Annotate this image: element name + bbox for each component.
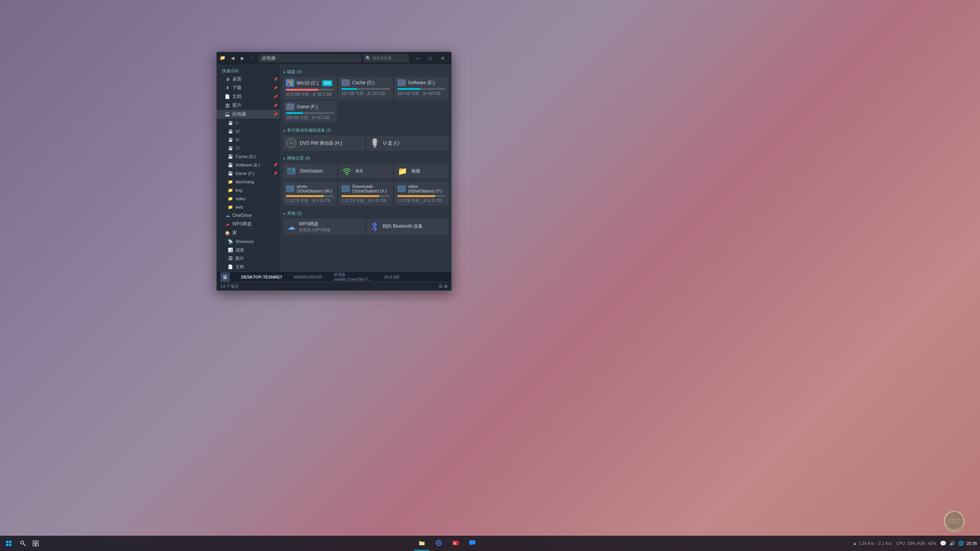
taskbar-search-button[interactable] <box>17 536 29 551</box>
drive-bar-fill <box>397 195 435 197</box>
drive-item-top: Game (F:) <box>286 103 334 110</box>
wps-cloud-item[interactable]: ☁ WPS网盘 欢迎进入WPS网盘 <box>283 218 365 235</box>
drive-icon: 💾 <box>227 128 234 134</box>
usb-device[interactable]: U 盘 (I:) <box>366 135 448 151</box>
drive-icon: 💾 <box>227 170 234 176</box>
sidebar-item-software-e[interactable]: 💾 Software (E:) 📌 <box>217 161 280 169</box>
address-bar[interactable]: 此电脑 <box>259 54 361 62</box>
drive-item-top: Cache (D:) <box>341 79 389 86</box>
sidebar-item-pictures2[interactable]: 🖼 图片 <box>217 254 280 262</box>
nas-drive-icon <box>397 185 406 192</box>
sidebar-item-this-pc[interactable]: 💻 此电脑 📌 <box>217 110 280 119</box>
sidebar-label: 文档 <box>235 264 244 270</box>
nas-drive-top: photo (\\DiskStation) (W:) <box>286 184 334 193</box>
sys-tray-icons: ▲ 1.25 K/s ↓ 2.1 K/s CPU: 33% 内存: 42% 💬 … <box>853 540 964 546</box>
taskbar-chat-btn[interactable] <box>465 536 480 551</box>
drive-item-f[interactable]: Game (F:) 256 GB 可用，共 471 GB <box>283 101 337 123</box>
sidebar-item-n[interactable]: 💾 N\ <box>217 135 280 144</box>
view-list-icon[interactable]: ☰ <box>439 284 443 289</box>
sidebar-label: O\ <box>235 146 240 150</box>
svg-rect-23 <box>36 541 38 543</box>
task-view-button[interactable] <box>29 536 42 551</box>
minimize-button[interactable]: ─ <box>412 54 424 62</box>
sidebar-item-m[interactable]: 💾 M\ <box>217 127 280 135</box>
diskstation-device[interactable]: DS DiskStation <box>283 163 337 179</box>
network-tray-icon[interactable]: 🌐 <box>958 541 964 546</box>
sidebar-label: img <box>235 188 242 192</box>
sidebar-item-pictures[interactable]: 🖼 图片 📌 <box>217 101 280 110</box>
pc-ram: 16.0 GB <box>384 275 399 279</box>
pin-icon: 📌 <box>273 171 278 175</box>
start-button[interactable] <box>0 536 17 551</box>
removable-section-title: 有可移动存储的设备 (2) <box>283 126 448 135</box>
processor-value: Intel(R) Core(TM) i7-... <box>334 277 372 282</box>
taskbar-terminal-btn[interactable]: ⌘ <box>448 536 463 551</box>
drive-name: Software (E:) <box>408 80 435 85</box>
network-sub: 欢迎进入WPS网盘 <box>299 227 331 233</box>
nas-drive-icon <box>341 185 350 192</box>
sidebar-item-downloads[interactable]: ⬇ 下载 📌 <box>217 83 280 92</box>
nas-drives-grid: photo (\\DiskStation) (W:) 1.13 TB 可用，共 … <box>283 182 448 206</box>
svg-rect-31 <box>469 540 475 544</box>
wechat-icon[interactable]: 💬 <box>940 540 946 546</box>
nas-drive-icon <box>286 185 294 192</box>
speaker-icon[interactable]: 🔊 <box>949 541 955 546</box>
back-button[interactable]: ◀ <box>228 54 237 62</box>
photo-nas-drive[interactable]: photo (\\DiskStation) (W:) 1.13 TB 可用，共 … <box>283 182 337 206</box>
sidebar-item-desktop[interactable]: 🖥 桌面 📌 <box>217 75 280 83</box>
sidebar-item-img[interactable]: 📁 img <box>217 186 280 194</box>
sidebar-item-docs2[interactable]: 📄 文档 <box>217 262 280 271</box>
mi9-device[interactable]: 米9 <box>338 163 392 179</box>
taskbar-file-explorer-btn[interactable] <box>414 536 430 551</box>
taskbar: ⌘ ▲ 1.25 K/s ↓ 2.1 K/s CPU: 33% 内存: 42% … <box>0 536 980 551</box>
video-nas-drive[interactable]: video (\\DiskStation) (Y:) 1.13 TB 可用，共 … <box>394 182 448 206</box>
up-button[interactable]: ↑ <box>248 54 256 62</box>
sidebar-item-shareaza[interactable]: 📡 Shareaza <box>217 237 280 246</box>
drive-name: video (\\DiskStation) (Y:) <box>408 184 445 193</box>
album-device[interactable]: 📁 相册 <box>394 163 448 179</box>
dvd-device[interactable]: DVD RW 驱动器 (H:) <box>283 135 365 151</box>
sidebar-item-grades[interactable]: 📊 成绩 <box>217 246 280 254</box>
taskbar-apps: ⌘ <box>42 536 853 551</box>
sidebar-item-o[interactable]: 💾 O\ <box>217 144 280 152</box>
search-bar[interactable]: 🔍 搜索此电脑 <box>363 54 409 62</box>
sidebar-item-onedrive[interactable]: ☁ OneDrive <box>217 211 280 220</box>
sidebar-item-cache-d[interactable]: 💾 Cache (D:) <box>217 152 280 161</box>
sidebar-label: OneDrive <box>232 213 252 218</box>
drive-item-e[interactable]: Software (E:) 366 GB 可用，共 400 GB <box>394 77 448 99</box>
downloads-nas-drive[interactable]: Downloads (\\DiskStation) (X:) 1.13 TB 可… <box>338 182 392 206</box>
sidebar-item-web[interactable]: 📁 web <box>217 203 280 211</box>
sidebar-quick-access-header[interactable]: 快速访问 <box>217 67 280 75</box>
item-count: 14 个项目 <box>220 284 239 289</box>
network-item-top: ☁ WPS网盘 欢迎进入WPS网盘 <box>286 221 362 233</box>
network-speed: 1.25 K/s ↓ 2.1 K/s <box>859 541 892 546</box>
sidebar-item-wps[interactable]: ☁ WPS网盘 <box>217 220 280 228</box>
wps-info: WPS网盘 欢迎进入WPS网盘 <box>299 221 331 233</box>
workgroup-label: WORKGROUP <box>294 275 322 279</box>
drives-grid: Win10 (C:) 系统 10.5 GB 可用，共 58.2 GB Cache… <box>283 77 448 123</box>
sidebar-item-daochang[interactable]: 📁 daochang <box>217 178 280 186</box>
drive-item-c[interactable]: Win10 (C:) 系统 10.5 GB 可用，共 58.2 GB <box>283 77 337 99</box>
sidebar-item-l[interactable]: 💾 L\ <box>217 119 280 127</box>
sidebar-label: N\ <box>235 137 240 142</box>
clock-time: 20:36 <box>966 541 977 546</box>
sidebar-label: L\ <box>235 121 239 125</box>
close-button[interactable]: ✕ <box>437 54 448 62</box>
pin-icon: 📌 <box>273 77 278 81</box>
svg-rect-17 <box>9 541 11 543</box>
device-name: DVD RW 驱动器 (H:) <box>300 140 342 147</box>
forward-button[interactable]: ▶ <box>238 54 247 62</box>
drive-item-top: Software (E:) <box>397 79 445 86</box>
drive-item-d[interactable]: Cache (D:) 107 GB 可用，共 223 GB <box>338 77 392 99</box>
maximize-button[interactable]: □ <box>425 54 436 62</box>
taskbar-browser-btn[interactable] <box>431 536 446 551</box>
pin-icon: 📌 <box>273 112 278 116</box>
sidebar-item-documents[interactable]: 📄 文档 📌 <box>217 92 280 101</box>
taskbar-clock[interactable]: 20:36 <box>966 541 977 546</box>
view-grid-icon[interactable]: ⊞ <box>444 284 448 289</box>
sidebar-item-video[interactable]: 📁 video <box>217 194 280 203</box>
sidebar-item-game-f[interactable]: 💾 Game (F:) 📌 <box>217 169 280 178</box>
search-icon: 🔍 <box>366 56 371 61</box>
bluetooth-item[interactable]: 我的 Bluetooth 设备 <box>366 218 448 235</box>
sidebar-item-home[interactable]: 🏠 家 <box>217 228 280 237</box>
